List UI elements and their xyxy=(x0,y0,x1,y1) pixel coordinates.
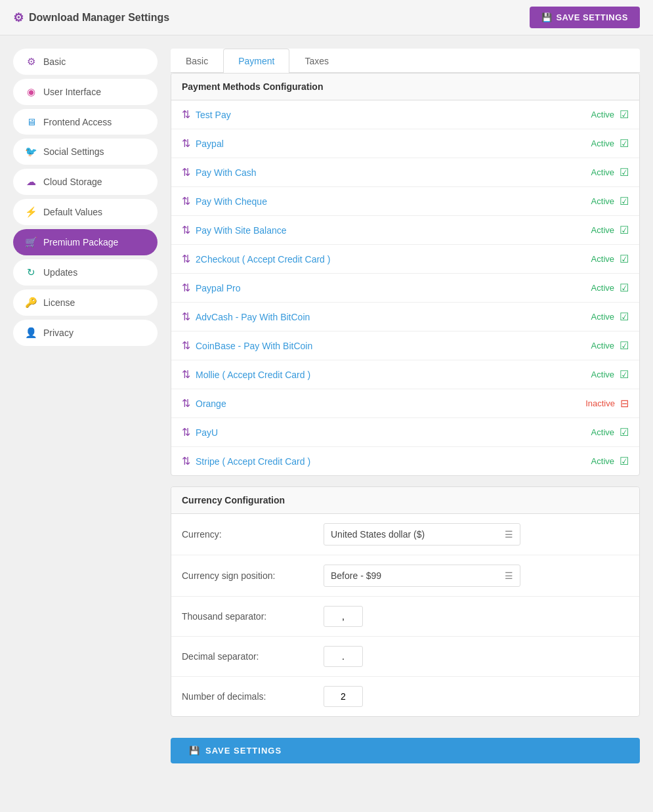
tab-taxes[interactable]: Taxes xyxy=(289,49,344,73)
payment-status-1: Active xyxy=(591,139,614,148)
currency-label-number-of-decimals: Number of decimals: xyxy=(182,691,313,702)
payment-checkbox-2[interactable]: ☑ xyxy=(620,166,629,179)
sidebar-item-user-interface[interactable]: ◉ User Interface xyxy=(13,79,158,105)
frontend-access-icon: 🖥 xyxy=(25,116,37,127)
payment-checkbox-11[interactable]: ☑ xyxy=(620,426,629,438)
payment-method-name-12[interactable]: Stripe ( Accept Credit Card ) xyxy=(196,456,310,467)
payment-method-name-7[interactable]: AdvCash - Pay With BitCoin xyxy=(196,312,310,322)
payment-method-name-3[interactable]: Pay With Cheque xyxy=(196,196,267,207)
cloud-storage-icon: ☁ xyxy=(25,176,37,188)
currency-label-currency-sign-position: Currency sign position: xyxy=(182,570,313,581)
user-interface-icon: ◉ xyxy=(25,86,37,98)
payment-method-name-5[interactable]: 2Checkout ( Accept Credit Card ) xyxy=(196,254,330,265)
sidebar-label-user-interface: User Interface xyxy=(43,87,101,97)
drag-handle-1[interactable]: ⇅ xyxy=(182,137,190,150)
payment-status-3: Active xyxy=(591,196,614,206)
drag-handle-7[interactable]: ⇅ xyxy=(182,310,190,323)
premium-package-icon: 🛒 xyxy=(25,236,37,248)
payment-status-9: Active xyxy=(591,370,614,379)
payment-method-name-1[interactable]: Paypal xyxy=(196,139,224,149)
drag-handle-12[interactable]: ⇅ xyxy=(182,455,190,467)
sidebar-item-privacy[interactable]: 👤 Privacy xyxy=(13,320,158,346)
sidebar-label-license: License xyxy=(43,297,75,308)
drag-handle-5[interactable]: ⇅ xyxy=(182,253,190,265)
payment-checkbox-4[interactable]: ☑ xyxy=(620,224,629,236)
payment-checkbox-7[interactable]: ☑ xyxy=(620,310,629,323)
payment-status-2: Active xyxy=(591,167,614,177)
payment-method-left-8: ⇅ CoinBase - Pay With BitCoin xyxy=(182,339,312,352)
payment-method-right-7: Active ☑ xyxy=(591,310,629,323)
payment-checkbox-8[interactable]: ☑ xyxy=(620,339,629,352)
payment-method-name-9[interactable]: Mollie ( Accept Credit Card ) xyxy=(196,370,310,380)
drag-handle-8[interactable]: ⇅ xyxy=(182,339,190,352)
tab-payment[interactable]: Payment xyxy=(223,49,289,73)
payment-method-name-11[interactable]: PayU xyxy=(196,427,218,438)
sidebar-label-frontend-access: Frontend Access xyxy=(43,117,112,127)
payment-method-right-1: Active ☑ xyxy=(591,137,629,150)
privacy-icon: 👤 xyxy=(25,327,37,339)
sidebar-label-premium-package: Premium Package xyxy=(43,237,118,247)
drag-handle-3[interactable]: ⇅ xyxy=(182,195,190,207)
payment-status-0: Active xyxy=(591,110,614,119)
payment-checkbox-12[interactable]: ☑ xyxy=(620,455,629,467)
payment-method-row: ⇅ Pay With Site Balance Active ☑ xyxy=(171,216,639,245)
payment-checkbox-10[interactable]: ⊟ xyxy=(620,397,629,410)
payment-method-row: ⇅ Stripe ( Accept Credit Card ) Active ☑ xyxy=(171,447,639,475)
drag-handle-0[interactable]: ⇅ xyxy=(182,108,190,121)
drag-handle-6[interactable]: ⇅ xyxy=(182,282,190,294)
payment-checkbox-5[interactable]: ☑ xyxy=(620,253,629,265)
payment-method-name-8[interactable]: CoinBase - Pay With BitCoin xyxy=(196,341,312,351)
payment-method-left-6: ⇅ Paypal Pro xyxy=(182,282,240,294)
sidebar-item-premium-package[interactable]: 🛒 Premium Package xyxy=(13,229,158,255)
payment-method-name-10[interactable]: Orange xyxy=(196,398,226,409)
currency-input-number-of-decimals[interactable] xyxy=(324,686,363,707)
payment-method-name-0[interactable]: Test Pay xyxy=(196,110,231,120)
payment-method-row: ⇅ Orange Inactive ⊟ xyxy=(171,389,639,418)
currency-config-section: Currency Configuration Currency: United … xyxy=(171,486,640,717)
currency-select-currency-sign-position[interactable]: Before - $99 ☰ xyxy=(324,565,520,587)
payment-method-left-11: ⇅ PayU xyxy=(182,426,218,438)
payment-checkbox-6[interactable]: ☑ xyxy=(620,282,629,294)
payment-checkbox-0[interactable]: ☑ xyxy=(620,108,629,121)
payment-method-row: ⇅ Test Pay Active ☑ xyxy=(171,100,639,129)
sidebar-item-cloud-storage[interactable]: ☁ Cloud Storage xyxy=(13,169,158,195)
save-icon-bottom: 💾 xyxy=(189,746,200,756)
payment-checkbox-9[interactable]: ☑ xyxy=(620,368,629,381)
save-settings-button-top[interactable]: 💾 SAVE SETTINGS xyxy=(530,7,640,28)
sidebar-item-frontend-access[interactable]: 🖥 Frontend Access xyxy=(13,109,158,135)
currency-input-thousand-separator[interactable] xyxy=(324,606,363,627)
sidebar-item-license[interactable]: 🔑 License xyxy=(13,289,158,316)
sidebar-label-updates: Updates xyxy=(43,267,77,278)
payment-method-name-4[interactable]: Pay With Site Balance xyxy=(196,225,287,236)
drag-handle-2[interactable]: ⇅ xyxy=(182,166,190,179)
payment-status-10: Inactive xyxy=(585,398,615,408)
sidebar-item-basic[interactable]: ⚙ Basic xyxy=(13,49,158,75)
drag-handle-9[interactable]: ⇅ xyxy=(182,368,190,381)
sidebar-item-social-settings[interactable]: 🐦 Social Settings xyxy=(13,139,158,165)
payment-method-right-10: Inactive ⊟ xyxy=(585,397,629,410)
currency-input-decimal-separator[interactable] xyxy=(324,646,363,667)
layout: ⚙ Basic ◉ User Interface 🖥 Frontend Acce… xyxy=(0,35,653,790)
save-settings-button-bottom[interactable]: 💾 SAVE SETTINGS xyxy=(171,738,640,763)
payment-methods-section: Payment Methods Configuration ⇅ Test Pay… xyxy=(171,73,640,476)
payment-checkbox-1[interactable]: ☑ xyxy=(620,137,629,150)
currency-select-currency[interactable]: United States dollar ($) ☰ xyxy=(324,523,520,545)
sidebar-item-updates[interactable]: ↻ Updates xyxy=(13,259,158,286)
sidebar-item-default-values[interactable]: ⚡ Default Values xyxy=(13,199,158,225)
payment-method-left-4: ⇅ Pay With Site Balance xyxy=(182,224,287,236)
payment-method-right-12: Active ☑ xyxy=(591,455,629,467)
payment-method-name-6[interactable]: Paypal Pro xyxy=(196,283,240,293)
license-icon: 🔑 xyxy=(25,297,37,309)
payment-method-name-2[interactable]: Pay With Cash xyxy=(196,167,257,178)
tab-basic[interactable]: Basic xyxy=(171,49,223,73)
drag-handle-10[interactable]: ⇅ xyxy=(182,397,190,410)
payment-status-4: Active xyxy=(591,225,614,235)
basic-icon: ⚙ xyxy=(25,56,37,68)
payment-methods-list: ⇅ Test Pay Active ☑ ⇅ Paypal Active ☑ ⇅ … xyxy=(171,100,639,475)
payment-checkbox-3[interactable]: ☑ xyxy=(620,195,629,207)
drag-handle-4[interactable]: ⇅ xyxy=(182,224,190,236)
sidebar-label-privacy: Privacy xyxy=(43,328,74,338)
drag-handle-11[interactable]: ⇅ xyxy=(182,426,190,438)
sidebar-label-social-settings: Social Settings xyxy=(43,146,104,157)
payment-status-7: Active xyxy=(591,312,614,322)
